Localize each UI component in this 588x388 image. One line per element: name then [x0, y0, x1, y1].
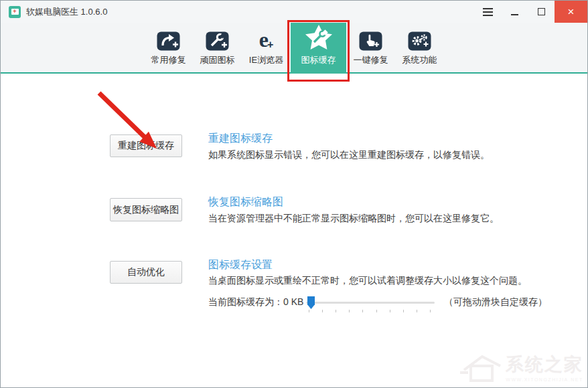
hand-click-icon [359, 23, 382, 51]
section-heading-cache-settings: 图标缓存设置 [208, 258, 273, 272]
watermark-house-icon [459, 350, 506, 385]
app-window: + 软媒电脑医生 1.0.6.0 × [0, 0, 588, 388]
tab-label: 系统功能 [402, 54, 437, 66]
window-controls: × [474, 1, 587, 23]
slider-thumb[interactable] [307, 296, 315, 309]
maximize-icon [538, 8, 545, 15]
section-heading-rebuild: 重建图标缓存 [208, 132, 273, 146]
close-button[interactable]: × [555, 1, 587, 23]
slider-hint-text: （可拖动滑块自定缓存） [444, 296, 547, 308]
tab-ie-browser[interactable]: e+ IE浏览器 [242, 23, 291, 74]
watermark-text: 系统之家 [506, 353, 583, 377]
tab-icon-cache[interactable]: 图标缓存 [291, 23, 346, 74]
section-heading-thumbnails: 恢复图标缩略图 [208, 195, 283, 209]
section-desc-cache-settings: 当桌面图标显示或重绘不正常时，您可以试着调整缓存大小以修复这个问题。 [208, 275, 527, 287]
repair-arrow-icon [157, 23, 180, 51]
title-bar: + 软媒电脑医生 1.0.6.0 × [1, 1, 587, 23]
tab-label: 图标缓存 [301, 54, 336, 66]
wrench-icon [206, 23, 229, 51]
hamburger-icon [483, 8, 493, 16]
restore-thumbnails-button[interactable]: 恢复图标缩略图 [110, 198, 182, 221]
tab-label: 一键修复 [354, 54, 388, 66]
star-wrench-icon [305, 23, 333, 51]
tab-label: 常用修复 [151, 54, 186, 66]
watermark: 系统之家 WWW.XITONGZHIJIA.NET [459, 350, 583, 385]
maximize-button[interactable] [528, 1, 555, 23]
tab-stubborn-icons[interactable]: 顽固图标 [193, 23, 242, 74]
main-content: 重建图标缓存 重建图标缓存 如果系统图标显示错误，您可以在这里重建图标缓存，以修… [1, 75, 587, 387]
ie-plus-icon: e+ [259, 23, 274, 51]
tab-system-functions[interactable]: 系统功能 [395, 23, 444, 74]
slider-track[interactable] [306, 302, 435, 304]
tab-one-click-repair[interactable]: 一键修复 [346, 23, 395, 74]
toolbar: 常用修复 顽固图标 e+ IE浏览器 [1, 23, 587, 74]
rebuild-icon-cache-button[interactable]: 重建图标缓存 [110, 134, 182, 157]
section-desc-thumbnails: 当在资源管理器中不能正常显示图标缩略图时，您可以在这里修复它。 [208, 213, 499, 225]
window-title: 软媒电脑医生 1.0.6.0 [26, 6, 107, 18]
tab-label: 顽固图标 [200, 54, 235, 66]
app-logo-medkit-icon: + [9, 6, 21, 18]
watermark-subtext: WWW.XITONGZHIJIA.NET [506, 377, 583, 382]
section-desc-rebuild: 如果系统图标显示错误，您可以在这里重建图标缓存，以修复错误。 [208, 149, 490, 161]
tab-label: IE浏览器 [249, 54, 283, 66]
slider-tick-marks [309, 310, 431, 312]
minimize-button[interactable] [501, 1, 528, 23]
tab-common-repair[interactable]: 常用修复 [144, 23, 193, 74]
close-icon: × [568, 5, 575, 19]
gears-icon [408, 23, 431, 51]
current-cache-size-label: 当前图标缓存为：0 KB [208, 296, 303, 308]
menu-button[interactable] [474, 1, 501, 23]
minimize-icon [511, 14, 518, 15]
auto-optimize-button[interactable]: 自动优化 [110, 261, 182, 284]
